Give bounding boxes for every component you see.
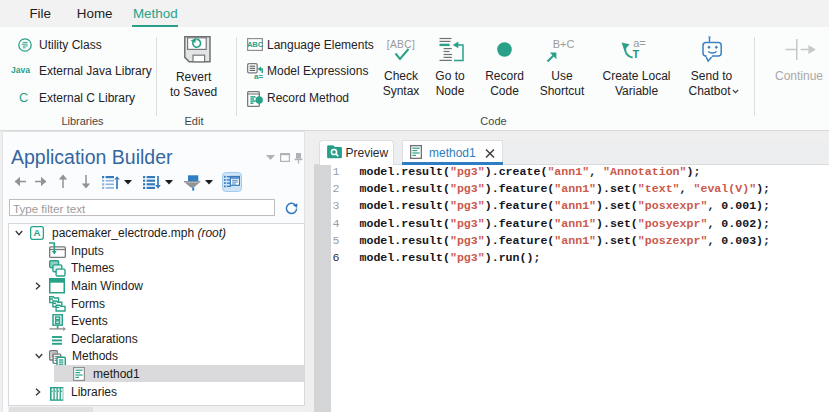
svg-text:T: T — [633, 48, 640, 60]
svg-text:a=: a= — [254, 72, 263, 81]
svg-text:ABC: ABC — [247, 40, 264, 49]
svg-text:A: A — [33, 227, 40, 238]
